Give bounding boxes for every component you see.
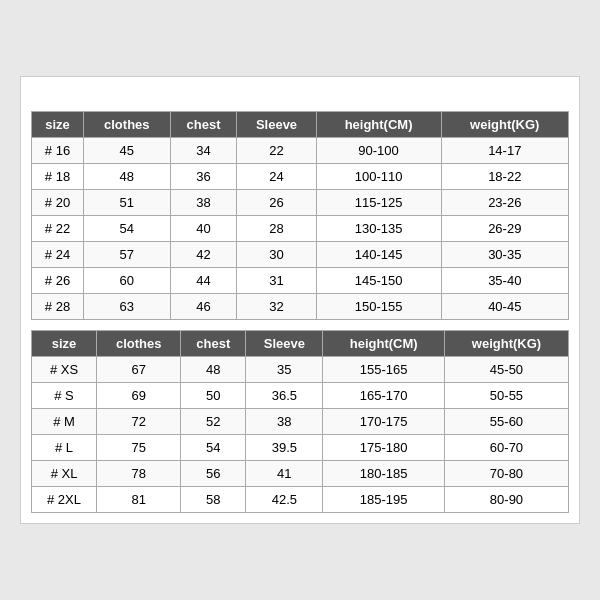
table-row: # 2XL815842.5185-19580-90	[32, 487, 569, 513]
table-cell: 28	[237, 216, 316, 242]
table-cell: 70-80	[444, 461, 568, 487]
table-cell: 57	[83, 242, 170, 268]
table-cell: 14-17	[441, 138, 568, 164]
column-header: chest	[181, 331, 246, 357]
table-cell: 26-29	[441, 216, 568, 242]
table-cell: # 28	[32, 294, 84, 320]
table-cell: 48	[181, 357, 246, 383]
table-cell: 35	[246, 357, 323, 383]
table-cell: 56	[181, 461, 246, 487]
table-cell: # XL	[32, 461, 97, 487]
table-cell: 69	[97, 383, 181, 409]
table-cell: 48	[83, 164, 170, 190]
table-cell: 31	[237, 268, 316, 294]
table-cell: 41	[246, 461, 323, 487]
table-cell: 115-125	[316, 190, 441, 216]
table-cell: 30	[237, 242, 316, 268]
chart-title	[31, 87, 569, 111]
table-cell: 175-180	[323, 435, 445, 461]
table-cell: 23-26	[441, 190, 568, 216]
table-cell: # 2XL	[32, 487, 97, 513]
column-header: weight(KG)	[441, 112, 568, 138]
table-cell: 38	[170, 190, 237, 216]
table-cell: 26	[237, 190, 316, 216]
table-cell: 90-100	[316, 138, 441, 164]
table-cell: 150-155	[316, 294, 441, 320]
table-cell: 80-90	[444, 487, 568, 513]
table-row: # 26604431145-15035-40	[32, 268, 569, 294]
table-cell: 42.5	[246, 487, 323, 513]
table-cell: # 24	[32, 242, 84, 268]
table-cell: 185-195	[323, 487, 445, 513]
table-cell: 44	[170, 268, 237, 294]
table-cell: 18-22	[441, 164, 568, 190]
table-cell: 170-175	[323, 409, 445, 435]
table-row: # 24574230140-14530-35	[32, 242, 569, 268]
table-cell: 36	[170, 164, 237, 190]
table-row: # 1645342290-10014-17	[32, 138, 569, 164]
table-cell: 39.5	[246, 435, 323, 461]
table-row: # S695036.5165-17050-55	[32, 383, 569, 409]
table-cell: 38	[246, 409, 323, 435]
column-header: Sleeve	[237, 112, 316, 138]
table-row: # XS674835155-16545-50	[32, 357, 569, 383]
table-cell: 24	[237, 164, 316, 190]
table-cell: 60-70	[444, 435, 568, 461]
table-cell: 32	[237, 294, 316, 320]
table-cell: 50	[181, 383, 246, 409]
table-cell: 45-50	[444, 357, 568, 383]
table-cell: # 16	[32, 138, 84, 164]
table-row: # L755439.5175-18060-70	[32, 435, 569, 461]
table-cell: 75	[97, 435, 181, 461]
table-cell: 180-185	[323, 461, 445, 487]
table-cell: 46	[170, 294, 237, 320]
column-header: chest	[170, 112, 237, 138]
table-row: # M725238170-17555-60	[32, 409, 569, 435]
size-table-2: sizeclotheschestSleeveheight(CM)weight(K…	[31, 330, 569, 513]
table-cell: 35-40	[441, 268, 568, 294]
column-header: clothes	[83, 112, 170, 138]
column-header: clothes	[97, 331, 181, 357]
column-header: weight(KG)	[444, 331, 568, 357]
column-header: size	[32, 331, 97, 357]
table-cell: 100-110	[316, 164, 441, 190]
table-cell: 51	[83, 190, 170, 216]
table-cell: 36.5	[246, 383, 323, 409]
table-cell: # L	[32, 435, 97, 461]
table-cell: 54	[181, 435, 246, 461]
table-cell: 165-170	[323, 383, 445, 409]
table-cell: 60	[83, 268, 170, 294]
table-cell: 40	[170, 216, 237, 242]
table-cell: 155-165	[323, 357, 445, 383]
table-row: # 20513826115-12523-26	[32, 190, 569, 216]
table-cell: 130-135	[316, 216, 441, 242]
table-cell: 52	[181, 409, 246, 435]
table-cell: 50-55	[444, 383, 568, 409]
table-cell: 58	[181, 487, 246, 513]
table-cell: # 18	[32, 164, 84, 190]
table-row: # 28634632150-15540-45	[32, 294, 569, 320]
table-cell: # S	[32, 383, 97, 409]
table-cell: # 22	[32, 216, 84, 242]
table-cell: 42	[170, 242, 237, 268]
column-header: size	[32, 112, 84, 138]
table-row: # 18483624100-11018-22	[32, 164, 569, 190]
table-cell: 145-150	[316, 268, 441, 294]
table-cell: 40-45	[441, 294, 568, 320]
table-cell: # XS	[32, 357, 97, 383]
table-cell: # 20	[32, 190, 84, 216]
table-row: # 22544028130-13526-29	[32, 216, 569, 242]
column-header: height(CM)	[316, 112, 441, 138]
table-cell: 22	[237, 138, 316, 164]
table-cell: 67	[97, 357, 181, 383]
table-cell: 34	[170, 138, 237, 164]
table-cell: # 26	[32, 268, 84, 294]
table-cell: # M	[32, 409, 97, 435]
table-cell: 140-145	[316, 242, 441, 268]
table-cell: 45	[83, 138, 170, 164]
table-cell: 54	[83, 216, 170, 242]
size-chart-card: sizeclotheschestSleeveheight(CM)weight(K…	[20, 76, 580, 524]
column-header: Sleeve	[246, 331, 323, 357]
table-cell: 72	[97, 409, 181, 435]
table-cell: 78	[97, 461, 181, 487]
